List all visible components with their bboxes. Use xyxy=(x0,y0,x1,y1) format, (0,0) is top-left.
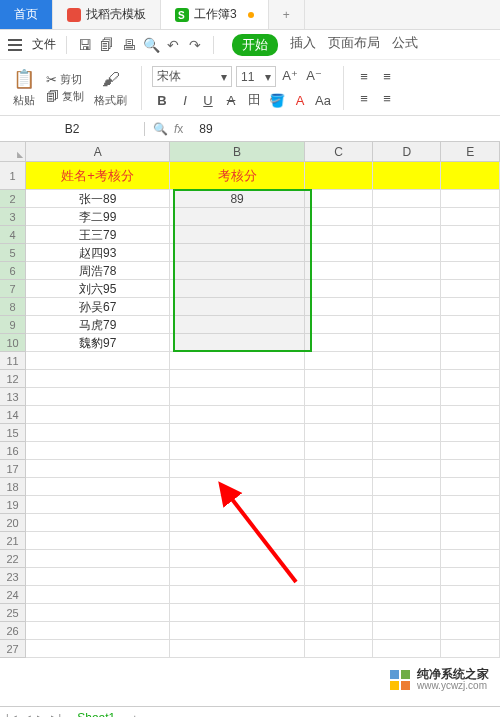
cell[interactable]: 姓名+考核分 xyxy=(26,162,170,190)
cell[interactable] xyxy=(26,478,170,496)
format-painter-button[interactable]: 🖌 格式刷 xyxy=(90,67,131,108)
cell[interactable]: 考核分 xyxy=(170,162,305,190)
row-header[interactable]: 2 xyxy=(0,190,25,208)
menu-insert[interactable]: 插入 xyxy=(290,34,316,56)
italic-button[interactable]: I xyxy=(175,91,195,109)
cell[interactable] xyxy=(373,514,441,532)
cell[interactable] xyxy=(26,604,170,622)
name-box[interactable]: B2 xyxy=(0,122,145,136)
row-header[interactable]: 5 xyxy=(0,244,25,262)
cell[interactable] xyxy=(305,622,373,640)
col-header[interactable]: E xyxy=(441,142,500,161)
row-header[interactable]: 4 xyxy=(0,226,25,244)
cell[interactable] xyxy=(305,370,373,388)
cell[interactable] xyxy=(305,478,373,496)
row-header[interactable]: 21 xyxy=(0,532,25,550)
col-header[interactable]: D xyxy=(373,142,441,161)
cell[interactable] xyxy=(373,406,441,424)
cell[interactable] xyxy=(373,162,441,190)
cell[interactable] xyxy=(373,640,441,658)
cell[interactable] xyxy=(441,532,500,550)
menu-formula[interactable]: 公式 xyxy=(392,34,418,56)
copy-icon[interactable]: 🗐 xyxy=(46,89,59,104)
cell[interactable] xyxy=(305,424,373,442)
cell[interactable] xyxy=(373,460,441,478)
cell[interactable] xyxy=(373,442,441,460)
align-middle-icon[interactable]: ≡ xyxy=(377,68,397,86)
cell[interactable] xyxy=(170,406,305,424)
cell[interactable] xyxy=(26,568,170,586)
font-size-select[interactable]: 11▾ xyxy=(236,66,276,87)
cell[interactable]: 89 xyxy=(170,190,305,208)
cell[interactable] xyxy=(441,316,500,334)
cell[interactable] xyxy=(373,532,441,550)
row-header[interactable]: 9 xyxy=(0,316,25,334)
cell[interactable] xyxy=(26,586,170,604)
row-header[interactable]: 24 xyxy=(0,586,25,604)
cut-label[interactable]: 剪切 xyxy=(60,72,82,87)
cell[interactable] xyxy=(373,262,441,280)
cell[interactable] xyxy=(305,298,373,316)
row-header[interactable]: 13 xyxy=(0,388,25,406)
tab-home[interactable]: 首页 xyxy=(0,0,53,29)
row-header[interactable]: 14 xyxy=(0,406,25,424)
cell[interactable] xyxy=(170,550,305,568)
fill-color-button[interactable]: 🪣 xyxy=(267,91,287,109)
bold-button[interactable]: B xyxy=(152,91,172,109)
col-header[interactable]: C xyxy=(305,142,373,161)
cell[interactable] xyxy=(373,334,441,352)
preview-icon[interactable]: 🔍 xyxy=(143,37,159,53)
cell[interactable] xyxy=(170,262,305,280)
tab-template[interactable]: 找稻壳模板 xyxy=(53,0,161,29)
cell[interactable] xyxy=(441,190,500,208)
cell[interactable] xyxy=(441,622,500,640)
cell[interactable] xyxy=(170,388,305,406)
increase-font-icon[interactable]: A⁺ xyxy=(280,66,300,84)
cell[interactable] xyxy=(305,442,373,460)
col-header[interactable]: B xyxy=(170,142,305,161)
cell[interactable] xyxy=(373,568,441,586)
cell[interactable] xyxy=(26,424,170,442)
case-button[interactable]: Aa xyxy=(313,91,333,109)
cell[interactable] xyxy=(373,298,441,316)
row-header[interactable]: 18 xyxy=(0,478,25,496)
cell[interactable] xyxy=(373,352,441,370)
save-icon[interactable]: 🖫 xyxy=(77,37,93,53)
cell[interactable] xyxy=(441,370,500,388)
cell[interactable] xyxy=(305,640,373,658)
cell[interactable] xyxy=(170,586,305,604)
cell[interactable] xyxy=(441,244,500,262)
cell[interactable] xyxy=(441,162,500,190)
print-icon[interactable]: 🖶 xyxy=(121,37,137,53)
cell[interactable] xyxy=(373,604,441,622)
cell[interactable] xyxy=(26,352,170,370)
cell[interactable] xyxy=(170,514,305,532)
undo-icon[interactable]: ↶ xyxy=(165,37,181,53)
cell[interactable] xyxy=(305,162,373,190)
cell[interactable] xyxy=(305,388,373,406)
file-menu[interactable]: 文件 xyxy=(32,36,56,53)
add-sheet-button[interactable]: + xyxy=(131,712,138,718)
cell[interactable] xyxy=(305,208,373,226)
row-header[interactable]: 27 xyxy=(0,640,25,658)
cell[interactable] xyxy=(305,586,373,604)
row-header[interactable]: 1 xyxy=(0,162,25,190)
cell[interactable] xyxy=(170,226,305,244)
row-header[interactable]: 16 xyxy=(0,442,25,460)
cell[interactable] xyxy=(26,496,170,514)
fx-cancel-icon[interactable]: 🔍 xyxy=(153,122,168,136)
cell[interactable] xyxy=(305,280,373,298)
cell[interactable] xyxy=(26,388,170,406)
cell[interactable] xyxy=(441,424,500,442)
cell[interactable]: 张一89 xyxy=(26,190,170,208)
cell[interactable] xyxy=(26,532,170,550)
row-header[interactable]: 20 xyxy=(0,514,25,532)
cell[interactable]: 王三79 xyxy=(26,226,170,244)
cell[interactable] xyxy=(170,622,305,640)
cell[interactable] xyxy=(305,406,373,424)
cell[interactable] xyxy=(305,532,373,550)
cell[interactable] xyxy=(441,388,500,406)
cell[interactable] xyxy=(305,568,373,586)
sheet-tab[interactable]: Sheet1 xyxy=(69,709,123,718)
cell[interactable] xyxy=(26,622,170,640)
